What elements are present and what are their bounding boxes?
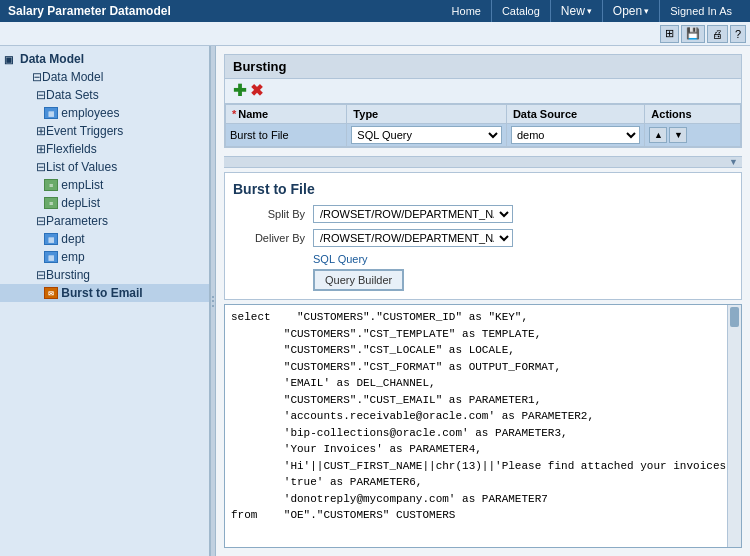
toolbar-grid-btn[interactable]: ⊞ bbox=[660, 25, 679, 43]
col-datasource: Data Source bbox=[506, 105, 644, 124]
list-icon-dep: ≡ bbox=[44, 197, 58, 209]
list-icon-emp: ≡ bbox=[44, 179, 58, 191]
type-select[interactable]: SQL Query bbox=[351, 126, 502, 144]
col-name: Name bbox=[226, 105, 347, 124]
split-by-select[interactable]: /ROWSET/ROW/DEPARTMENT_NAME bbox=[313, 205, 513, 223]
sidebar-data-model-header[interactable]: ▣ Data Model bbox=[0, 50, 209, 68]
toggle-data-model: ▣ bbox=[4, 54, 16, 65]
nav-new[interactable]: New ▾ bbox=[551, 0, 603, 22]
add-row-btn[interactable]: ✚ bbox=[233, 83, 246, 99]
sidebar: ▣ Data Model ⊟ Data Model ⊟ Data Sets ▦ … bbox=[0, 46, 210, 556]
sidebar-item-parameters[interactable]: ⊟ Parameters bbox=[0, 212, 209, 230]
table-icon-dept: ▦ bbox=[44, 233, 58, 245]
move-down-btn[interactable]: ▼ bbox=[669, 127, 687, 143]
open-dropdown-arrow: ▾ bbox=[644, 0, 649, 22]
toolbar-save-btn[interactable]: 💾 bbox=[681, 25, 705, 43]
app-title: Salary Parameter Datamodel bbox=[8, 4, 171, 18]
query-builder-btn[interactable]: Query Builder bbox=[313, 269, 404, 291]
nav-home[interactable]: Home bbox=[442, 0, 492, 22]
deliver-by-select[interactable]: /ROWSET/ROW/DEPARTMENT_NAME bbox=[313, 229, 513, 247]
deliver-by-row: Deliver By /ROWSET/ROW/DEPARTMENT_NAME bbox=[233, 229, 733, 247]
action-icons: ▲ ▼ bbox=[649, 127, 736, 143]
sql-textarea-container: select "CUSTOMERS"."CUSTOMER_ID" as "KEY… bbox=[224, 304, 742, 548]
sidebar-item-deplist[interactable]: ≡ depList bbox=[0, 194, 209, 212]
sidebar-item-data-model[interactable]: ⊟ Data Model bbox=[0, 68, 209, 86]
move-up-btn[interactable]: ▲ bbox=[649, 127, 667, 143]
nav-open[interactable]: Open ▾ bbox=[603, 0, 660, 22]
sql-code[interactable]: select "CUSTOMERS"."CUSTOMER_ID" as "KEY… bbox=[225, 305, 741, 547]
bursting-panel-header: Bursting bbox=[225, 55, 741, 79]
split-by-row: Split By /ROWSET/ROW/DEPARTMENT_NAME bbox=[233, 205, 733, 223]
burst-icon: ✉ bbox=[44, 287, 58, 299]
bursting-panel: Bursting ✚ ✖ Name Type Data Source Actio… bbox=[224, 54, 742, 148]
col-actions: Actions bbox=[645, 105, 741, 124]
detail-panel: Burst to File Split By /ROWSET/ROW/DEPAR… bbox=[224, 172, 742, 300]
toolbar-print-btn[interactable]: 🖨 bbox=[707, 25, 728, 43]
table-icon-emp: ▦ bbox=[44, 251, 58, 263]
sidebar-item-dept[interactable]: ▦ dept bbox=[0, 230, 209, 248]
sidebar-item-burst-to-email[interactable]: ✉ Burst to Email bbox=[0, 284, 209, 302]
right-content: Bursting ✚ ✖ Name Type Data Source Actio… bbox=[216, 46, 750, 556]
nav-catalog[interactable]: Catalog bbox=[492, 0, 551, 22]
row-name: Burst to File bbox=[226, 124, 347, 147]
horizontal-divider: ▼ bbox=[224, 156, 742, 168]
scrollbar[interactable] bbox=[727, 305, 741, 547]
sidebar-item-employees[interactable]: ▦ employees bbox=[0, 104, 209, 122]
deliver-by-label: Deliver By bbox=[233, 232, 313, 244]
main-layout: ▣ Data Model ⊟ Data Model ⊟ Data Sets ▦ … bbox=[0, 46, 750, 556]
sidebar-item-event-triggers[interactable]: ⊞ Event Triggers bbox=[0, 122, 209, 140]
sidebar-item-emp[interactable]: ▦ emp bbox=[0, 248, 209, 266]
panel-toolbar: ✚ ✖ bbox=[225, 79, 741, 104]
bursting-table: Name Type Data Source Actions Burst to F… bbox=[225, 104, 741, 147]
nav-signed-in[interactable]: Signed In As bbox=[660, 0, 742, 22]
scroll-indicator: ▼ bbox=[729, 157, 738, 167]
scrollbar-thumb bbox=[730, 307, 739, 327]
top-bar: Salary Parameter Datamodel Home Catalog … bbox=[0, 0, 750, 22]
second-toolbar: ⊞ 💾 🖨 ? bbox=[0, 22, 750, 46]
new-dropdown-arrow: ▾ bbox=[587, 0, 592, 22]
toolbar-help-btn[interactable]: ? bbox=[730, 25, 746, 43]
sidebar-item-emplist[interactable]: ≡ empList bbox=[0, 176, 209, 194]
row-datasource: demo bbox=[506, 124, 644, 147]
datasource-select[interactable]: demo bbox=[511, 126, 640, 144]
col-type: Type bbox=[347, 105, 507, 124]
split-by-label: Split By bbox=[233, 208, 313, 220]
sidebar-item-list-of-values[interactable]: ⊟ List of Values bbox=[0, 158, 209, 176]
row-actions: ▲ ▼ bbox=[645, 124, 741, 147]
sidebar-item-data-sets[interactable]: ⊟ Data Sets bbox=[0, 86, 209, 104]
delete-row-btn[interactable]: ✖ bbox=[250, 83, 263, 99]
table-icon: ▦ bbox=[44, 107, 58, 119]
top-navigation: Home Catalog New ▾ Open ▾ Signed In As bbox=[442, 0, 742, 22]
sidebar-item-bursting[interactable]: ⊟ Bursting bbox=[0, 266, 209, 284]
row-type: SQL Query bbox=[347, 124, 507, 147]
sql-query-label: SQL Query bbox=[313, 253, 733, 265]
sidebar-item-flexfields[interactable]: ⊞ Flexfields bbox=[0, 140, 209, 158]
detail-title: Burst to File bbox=[233, 181, 733, 197]
table-row[interactable]: Burst to File SQL Query demo bbox=[226, 124, 741, 147]
